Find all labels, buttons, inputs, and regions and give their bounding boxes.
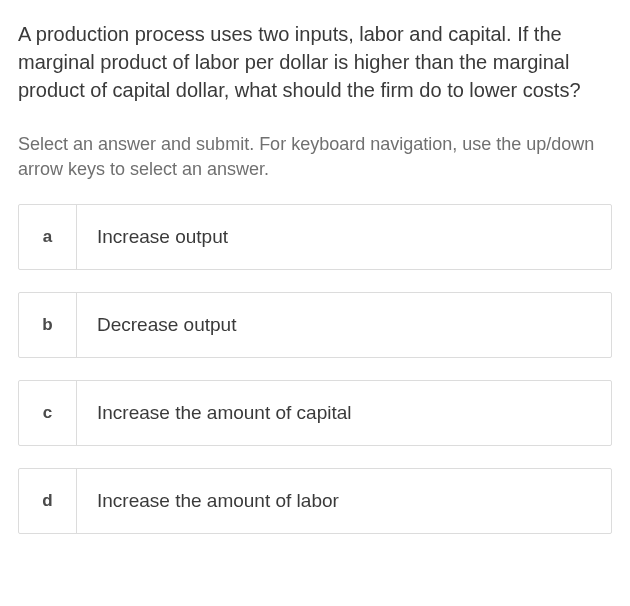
option-key: a	[19, 205, 77, 269]
option-label: Increase the amount of capital	[77, 381, 611, 445]
question-text: A production process uses two inputs, la…	[18, 20, 612, 104]
option-key: d	[19, 469, 77, 533]
option-c[interactable]: c Increase the amount of capital	[18, 380, 612, 446]
option-a[interactable]: a Increase output	[18, 204, 612, 270]
option-label: Increase output	[77, 205, 611, 269]
option-label: Increase the amount of labor	[77, 469, 611, 533]
option-key: b	[19, 293, 77, 357]
option-d[interactable]: d Increase the amount of labor	[18, 468, 612, 534]
option-label: Decrease output	[77, 293, 611, 357]
option-b[interactable]: b Decrease output	[18, 292, 612, 358]
options-list: a Increase output b Decrease output c In…	[18, 204, 612, 534]
option-key: c	[19, 381, 77, 445]
instructions-text: Select an answer and submit. For keyboar…	[18, 132, 612, 182]
